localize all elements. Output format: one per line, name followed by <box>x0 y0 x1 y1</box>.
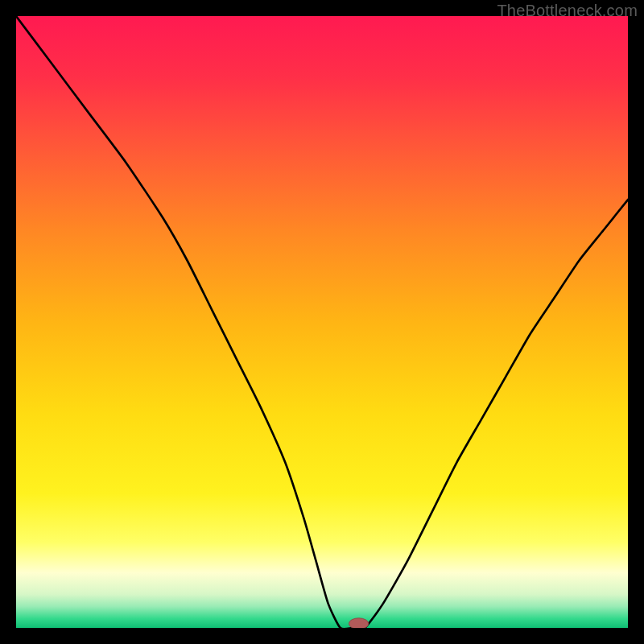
chart-frame: TheBottleneck.com <box>0 0 644 644</box>
plot-area <box>16 16 628 628</box>
gradient-background <box>16 16 628 628</box>
chart-svg <box>16 16 628 628</box>
watermark-text: TheBottleneck.com <box>497 2 638 20</box>
optimal-point-marker <box>349 618 368 628</box>
